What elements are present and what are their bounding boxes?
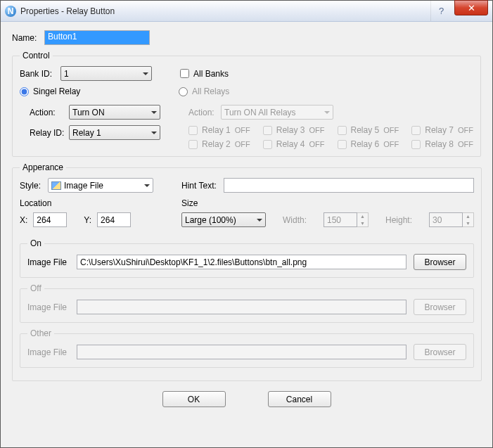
single-relay-label: Singel Relay [33, 87, 80, 96]
on-image-label: Image File [27, 257, 77, 267]
spin-up-icon: ▲ [463, 213, 473, 220]
chevron-down-icon [144, 184, 150, 187]
y-label: Y: [84, 215, 91, 225]
hint-text-label: Hint Text: [181, 181, 224, 191]
relay-1-checkbox [188, 126, 198, 135]
titlebar: N Properties - Relay Button ? ✕ [1, 1, 492, 22]
width-label: Width: [283, 215, 307, 225]
all-action-label: Action: [188, 108, 221, 117]
spin-up-icon: ▲ [357, 213, 368, 220]
relay-8-checkbox [411, 140, 421, 149]
on-image-path-input[interactable] [77, 255, 406, 269]
relay-id-select[interactable]: Relay 1 [69, 125, 160, 140]
relay-2-checkbox [188, 140, 198, 149]
all-relays-radio[interactable] [179, 87, 188, 96]
chevron-down-icon [257, 219, 262, 222]
single-relay-radio[interactable] [20, 87, 29, 96]
other-image-path-input [77, 345, 406, 359]
other-browse-button: Browser [414, 344, 466, 360]
window-title: Properties - Relay Button [20, 6, 430, 16]
off-browse-button: Browser [414, 299, 466, 315]
relay-5-checkbox [338, 126, 347, 135]
chevron-down-icon [324, 111, 330, 114]
relay-id-label: Relay ID: [30, 128, 69, 138]
location-legend: Location [20, 198, 160, 208]
on-legend: On [27, 238, 44, 248]
all-action-select: Turn ON All Relays [221, 105, 333, 120]
x-input[interactable] [33, 212, 67, 227]
off-image-group: Off Image File Browser [20, 283, 474, 323]
control-legend: Control [20, 51, 53, 60]
name-input[interactable]: Button1 [44, 30, 150, 45]
height-label: Height: [385, 215, 412, 225]
help-button[interactable]: ? [430, 1, 452, 21]
cancel-button[interactable]: Cancel [268, 391, 331, 407]
single-action-label: Action: [30, 108, 69, 117]
y-input[interactable] [97, 212, 131, 227]
dialog-body: Name: Button1 Control Bank ID: 1 All Ban… [1, 22, 492, 447]
relay-6-checkbox [338, 140, 347, 149]
spin-down-icon: ▼ [463, 220, 473, 227]
height-spinner: ▲▼ [429, 212, 474, 227]
size-legend: Size [181, 198, 474, 208]
size-group: Size Large (100%) Width: ▲▼ Height: [181, 198, 474, 227]
chevron-down-icon [143, 72, 148, 75]
all-relays-label: All Relays [192, 87, 229, 96]
other-image-label: Image File [27, 347, 77, 357]
relay-3-checkbox [263, 126, 272, 135]
off-image-path-input [77, 300, 406, 314]
appearance-group: Apperance Style: Image File Hint Text: L… [12, 162, 482, 381]
other-image-group: Other Image File Browser [20, 328, 474, 368]
all-banks-label: All Banks [193, 69, 229, 79]
dialog-window: N Properties - Relay Button ? ✕ Name: Bu… [0, 0, 493, 448]
width-spinner: ▲▼ [324, 212, 369, 227]
name-label: Name: [12, 33, 44, 43]
relay-grid: Relay 1OFF Relay 3OFF Relay 5OFF Relay 7… [188, 125, 473, 149]
style-label: Style: [20, 181, 48, 191]
hint-text-input[interactable] [224, 178, 474, 193]
bank-id-label: Bank ID: [20, 69, 60, 79]
image-file-icon [51, 181, 61, 190]
all-banks-checkbox[interactable] [180, 69, 189, 78]
single-action-select[interactable]: Turn ON [69, 105, 160, 120]
spin-down-icon: ▼ [357, 220, 368, 227]
relay-4-checkbox [263, 140, 272, 149]
size-preset-select[interactable]: Large (100%) [181, 212, 266, 227]
off-image-label: Image File [27, 302, 77, 312]
chevron-down-icon [151, 132, 157, 134]
bank-id-select[interactable]: 1 [60, 66, 152, 81]
on-browse-button[interactable]: Browser [414, 254, 466, 270]
app-icon: N [5, 6, 16, 17]
other-legend: Other [27, 328, 54, 338]
ok-button[interactable]: OK [162, 391, 226, 407]
close-button[interactable]: ✕ [454, 0, 488, 15]
relay-7-checkbox [411, 126, 421, 135]
chevron-down-icon [151, 111, 157, 114]
location-group: Location X: Y: [20, 198, 160, 227]
off-legend: Off [27, 283, 44, 293]
on-image-group: On Image File Browser [20, 238, 474, 278]
style-select[interactable]: Image File [48, 178, 153, 193]
appearance-legend: Apperance [20, 162, 66, 172]
control-group: Control Bank ID: 1 All Banks Singel Rela… [12, 51, 481, 157]
x-label: X: [20, 215, 27, 225]
